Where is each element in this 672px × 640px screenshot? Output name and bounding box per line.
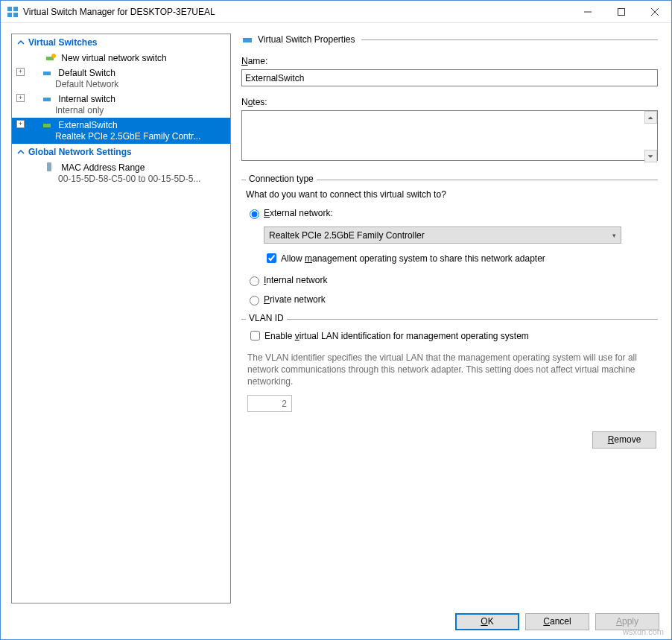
- allow-mgmt-input[interactable]: [267, 253, 276, 263]
- allow-mgmt-checkbox[interactable]: Allow management operating system to sha…: [264, 251, 653, 265]
- switch-add-icon: [45, 54, 57, 63]
- switch-icon: [42, 121, 54, 130]
- svg-rect-10: [43, 72, 51, 75]
- dialog-button-bar: OK Cancel Apply: [1, 603, 671, 639]
- notes-label: Notes:: [241, 97, 658, 107]
- sidebar-item-mac-range[interactable]: MAC Address Range 00-15-5D-58-C5-00 to 0…: [12, 160, 230, 186]
- svg-rect-12: [43, 124, 51, 127]
- svg-rect-2: [7, 13, 12, 17]
- sidebar-sub-label: Internal only: [28, 105, 227, 116]
- svg-rect-5: [618, 8, 624, 15]
- expand-icon[interactable]: +: [16, 94, 25, 102]
- sidebar-sub-label: Default Network: [28, 79, 227, 90]
- sidebar-sub-label: Realtek PCIe 2.5GbE Family Contr...: [28, 131, 227, 142]
- connection-prompt: What do you want to connect this virtual…: [246, 189, 653, 200]
- maximize-button[interactable]: [604, 1, 638, 22]
- divider: [361, 39, 659, 40]
- name-label: Name:: [241, 56, 658, 66]
- sidebar-item-external-switch[interactable]: + ExternalSwitch Realtek PCIe 2.5GbE Fam…: [12, 118, 230, 144]
- svg-rect-3: [13, 13, 18, 17]
- window-controls: [571, 1, 671, 22]
- titlebar: Virtual Switch Manager for DESKTOP-3E7UE…: [1, 1, 671, 23]
- watermark: wsxdn.com: [623, 627, 664, 636]
- svg-rect-14: [243, 38, 252, 42]
- cancel-button[interactable]: Cancel: [525, 613, 589, 630]
- category-virtual-switches[interactable]: Virtual Switches: [12, 34, 230, 51]
- scroll-down-icon[interactable]: ⏷: [644, 150, 657, 162]
- chevron-up-icon: [16, 148, 25, 156]
- expand-icon[interactable]: +: [16, 120, 25, 128]
- vlan-id-group: VLAN ID Enable virtual LAN identificatio…: [241, 319, 658, 418]
- switch-icon: [42, 69, 54, 77]
- enable-vlan-input[interactable]: [250, 331, 260, 340]
- category-global-settings[interactable]: Global Network Settings: [12, 144, 230, 160]
- group-label: Connection type: [246, 174, 317, 184]
- switch-icon: [42, 95, 54, 104]
- vlan-id-input: [247, 395, 292, 412]
- svg-point-9: [51, 54, 56, 58]
- remove-button[interactable]: Remove: [592, 431, 656, 449]
- radio-external-input[interactable]: [250, 209, 259, 219]
- switch-icon: [241, 34, 253, 45]
- scroll-up-icon[interactable]: ⏶: [644, 111, 657, 124]
- name-input[interactable]: [241, 69, 658, 86]
- nic-icon: [45, 162, 57, 171]
- ok-button[interactable]: OK: [455, 613, 519, 630]
- connection-type-group: Connection type What do you want to conn…: [241, 180, 658, 314]
- radio-external[interactable]: External network:: [246, 207, 653, 219]
- radio-internal-input[interactable]: [250, 276, 259, 286]
- content-area: Virtual Switches New virtual network swi…: [1, 23, 671, 603]
- chevron-down-icon: ▾: [612, 232, 616, 239]
- chevron-up-icon: [16, 38, 25, 47]
- close-button[interactable]: [638, 1, 671, 22]
- svg-rect-11: [43, 98, 51, 101]
- sidebar: Virtual Switches New virtual network swi…: [11, 34, 231, 603]
- section-heading: Virtual Switch Properties: [241, 34, 658, 45]
- radio-private-input[interactable]: [250, 296, 259, 305]
- svg-rect-1: [13, 7, 18, 11]
- vlan-description: The VLAN identifier specifies the virtua…: [247, 352, 652, 387]
- hyper-v-icon: [7, 6, 19, 18]
- window-title: Virtual Switch Manager for DESKTOP-3E7UE…: [23, 7, 571, 17]
- sidebar-sub-label: 00-15-5D-58-C5-00 to 00-15-5D-5...: [45, 174, 227, 185]
- properties-panel: Virtual Switch Properties Name: Notes: ⏶…: [238, 34, 661, 603]
- sidebar-item-internal-switch[interactable]: + Internal switch Internal only: [12, 92, 230, 118]
- svg-rect-0: [7, 7, 12, 11]
- dialog-window: Virtual Switch Manager for DESKTOP-3E7UE…: [0, 0, 672, 640]
- radio-internal[interactable]: Internal network: [246, 274, 653, 286]
- enable-vlan-checkbox[interactable]: Enable virtual LAN identification for ma…: [247, 329, 653, 343]
- sidebar-item-new-switch[interactable]: New virtual network switch: [12, 51, 230, 66]
- adapter-dropdown[interactable]: Realtek PCIe 2.5GbE Family Controller ▾: [264, 226, 621, 244]
- minimize-button[interactable]: [571, 1, 604, 22]
- expand-icon[interactable]: +: [16, 68, 25, 76]
- svg-rect-13: [47, 162, 51, 171]
- radio-private[interactable]: Private network: [246, 294, 653, 305]
- group-label: VLAN ID: [246, 313, 287, 323]
- sidebar-item-default-switch[interactable]: + Default Switch Default Network: [12, 66, 230, 92]
- notes-textarea[interactable]: [241, 110, 658, 161]
